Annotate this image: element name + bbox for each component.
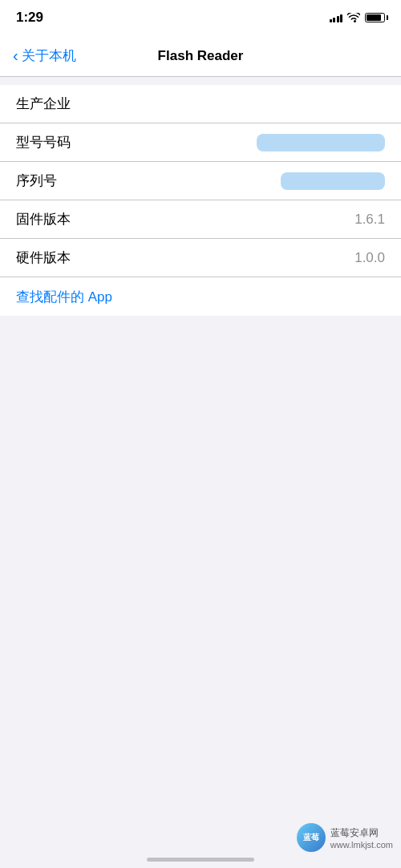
firmware-value: 1.6.1 [354, 212, 385, 228]
model-number-label: 型号号码 [16, 133, 71, 151]
watermark-site: www.lmkjst.com [330, 840, 393, 850]
nav-back-button[interactable]: ‹ 关于本机 [13, 46, 76, 65]
find-app-row[interactable]: 查找配件的 App [0, 277, 401, 316]
nav-back-label: 关于本机 [22, 46, 76, 65]
manufacturer-row: 生产企业 [0, 85, 401, 123]
serial-number-value-redacted [281, 172, 385, 190]
firmware-row: 固件版本 1.6.1 [0, 200, 401, 239]
back-chevron-icon: ‹ [13, 47, 18, 63]
hardware-label: 硬件版本 [16, 248, 71, 267]
firmware-label: 固件版本 [16, 210, 71, 228]
model-number-row: 型号号码 [0, 123, 401, 162]
signal-icon [330, 13, 343, 22]
status-icons [330, 13, 386, 23]
status-time: 1:29 [16, 10, 43, 26]
nav-bar: ‹ 关于本机 Flash Reader [0, 35, 401, 77]
manufacturer-label: 生产企业 [16, 95, 71, 113]
serial-number-row: 序列号 [0, 162, 401, 200]
find-app-label: 查找配件的 App [16, 288, 112, 306]
home-indicator [147, 858, 254, 862]
watermark: 蓝莓 蓝莓安卓网 www.lmkjst.com [297, 823, 393, 852]
hardware-row: 硬件版本 1.0.0 [0, 239, 401, 277]
watermark-text: 蓝莓安卓网 www.lmkjst.com [330, 826, 393, 850]
serial-number-label: 序列号 [16, 172, 57, 190]
nav-title: Flash Reader [158, 48, 244, 64]
watermark-logo: 蓝莓 [297, 823, 326, 852]
battery-icon [365, 13, 385, 22]
section-gap [0, 77, 401, 85]
model-number-value-redacted [257, 134, 385, 151]
settings-list: 生产企业 型号号码 序列号 固件版本 1.6.1 硬件版本 1.0.0 查找配件… [0, 85, 401, 316]
bottom-area [0, 316, 401, 733]
status-bar: 1:29 [0, 0, 401, 35]
watermark-name: 蓝莓安卓网 [330, 826, 393, 840]
hardware-value: 1.0.0 [354, 250, 385, 266]
wifi-icon [347, 13, 360, 23]
